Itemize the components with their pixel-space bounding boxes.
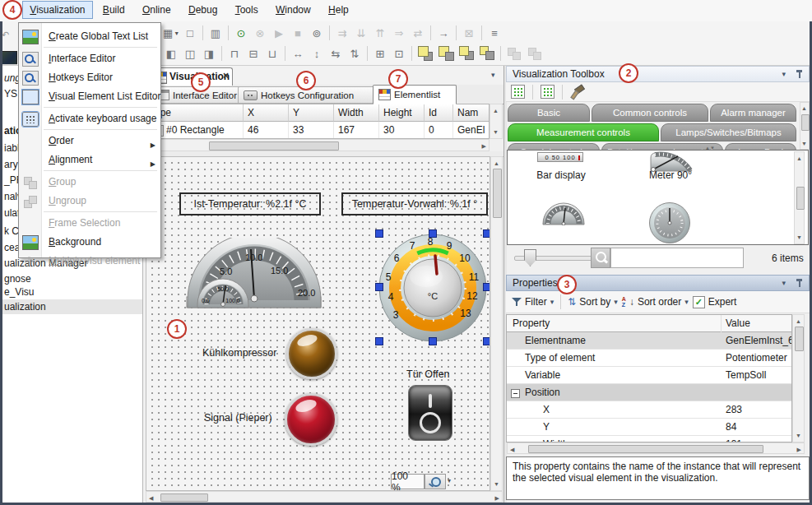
property-row-variable[interactable]: VariableTempSoll (507, 367, 792, 384)
move-backward-icon[interactable] (479, 45, 495, 62)
toolbox-tab-lamps-switches-bitmaps[interactable]: Lamps/Switches/Bitmaps (661, 123, 796, 141)
scrollbar-thumb[interactable] (528, 445, 763, 453)
toolbox-tab-basic[interactable]: Basic (508, 104, 590, 122)
move-forward-icon[interactable] (458, 45, 475, 62)
same-height-icon[interactable]: ↕ (308, 44, 326, 63)
send-to-back-icon[interactable] (438, 45, 454, 62)
toolbar-fragment-device-icon[interactable] (1, 51, 17, 65)
close-icon[interactable]: × (223, 70, 229, 81)
lamp-kuehlkompressor[interactable] (286, 328, 337, 379)
scrollbar-thumb[interactable] (801, 114, 810, 131)
menu-build[interactable]: Build (95, 1, 132, 19)
align-bottom-icon[interactable]: ⊔ (263, 44, 281, 63)
menu-online[interactable]: Online (135, 1, 179, 19)
menu-item-frame-selection[interactable]: Frame Selection (19, 215, 160, 231)
scroll-down-icon[interactable]: ▼ (796, 431, 801, 440)
property-group-position[interactable]: Position (507, 384, 792, 401)
selection-handle[interactable] (429, 337, 437, 345)
column-header-value[interactable]: Value (726, 317, 750, 329)
align-top-icon[interactable]: ⊓ (225, 44, 244, 63)
stop-icon[interactable]: ■ (289, 24, 307, 42)
insert-element-alt-icon[interactable] (541, 85, 554, 99)
filter-button[interactable]: Filter ▾ (512, 296, 554, 308)
lamp-signal-pieper[interactable] (285, 393, 337, 446)
scroll-right-icon[interactable]: ▶ (482, 141, 486, 151)
reset-icon[interactable]: ⇄ (409, 24, 427, 42)
center-horizontal-icon[interactable]: ⊞ (371, 44, 389, 63)
properties-horizontal-scrollbar[interactable]: ◀ ▶ (507, 442, 805, 454)
menu-item-interface-editor[interactable]: Interface Editor (19, 50, 160, 67)
toolbox-tab-common-controls[interactable]: Common controls (592, 104, 708, 122)
align-right-icon[interactable]: ◨ (200, 44, 218, 63)
scrollbar-thumb[interactable] (796, 187, 805, 210)
scroll-up-icon[interactable]: ▲ (801, 104, 807, 113)
selection-handle[interactable] (375, 337, 383, 345)
expert-checkbox[interactable]: ✓ Expert (693, 296, 737, 308)
text-list-icon[interactable]: ▥ (206, 24, 225, 42)
toolbox-item-bar-display-graphic[interactable]: 0 50 100 (537, 152, 583, 162)
next-icon[interactable]: → (434, 24, 452, 42)
menu-item-hotkeys-editor[interactable]: Hotkeys Editor (19, 69, 160, 86)
selection-handle[interactable] (483, 283, 490, 291)
collapse-chevron-icon[interactable]: ▾ (782, 279, 786, 287)
tree-item[interactable]: iabl (4, 142, 20, 154)
scroll-up-icon[interactable]: ▲ (796, 154, 802, 163)
scrollbar-thumb[interactable] (795, 327, 804, 351)
tree-item-plc-visu[interactable]: e_Visu (4, 286, 34, 298)
column-header-property[interactable]: Property (513, 317, 550, 329)
item-size-slider-thumb[interactable] (524, 249, 536, 266)
menu-window[interactable]: Window (268, 1, 318, 19)
scroll-down-icon[interactable]: ▼ (494, 480, 499, 489)
zoom-chevron-icon[interactable]: ▾ (448, 477, 451, 484)
menu-item-ungroup[interactable]: Ungroup (19, 192, 160, 209)
collapse-minus-icon[interactable] (511, 389, 520, 398)
scroll-right-icon[interactable]: ▶ (495, 493, 499, 503)
table-vertical-scrollbar[interactable]: ▲ ▼ (490, 104, 503, 139)
column-header-height[interactable]: Height (379, 104, 425, 122)
scroll-right-icon[interactable]: ▶ (797, 445, 801, 454)
tab-list-chevron-icon[interactable]: ▾ (491, 71, 495, 79)
menu-item-group[interactable]: Group (19, 174, 160, 190)
tree-item-diagnose[interactable]: gnose (4, 273, 31, 285)
meter-180-element[interactable]: 50.0 0.0 100.0 (196, 277, 250, 308)
configure-toolbox-icon[interactable] (570, 86, 583, 98)
logout-icon[interactable]: ⊗ (251, 24, 269, 42)
scroll-left-icon[interactable]: ◀ (149, 493, 153, 503)
visualization-styles-icon[interactable]: ▦▼ (162, 24, 180, 42)
toolbox-tab-alarm-manager[interactable]: Alarm manager (710, 104, 796, 122)
align-middle-icon[interactable]: ⊟ (244, 44, 262, 63)
tree-item[interactable]: ary (4, 159, 18, 170)
scroll-left-icon[interactable]: ◀ (510, 445, 514, 454)
display-mode-icon[interactable]: ≡ (485, 24, 503, 42)
expand-arrows-icon[interactable]: ▲▼ (705, 146, 715, 151)
insert-element-icon[interactable] (511, 85, 525, 99)
property-row-type-of-element[interactable]: Type of elementPotentiometer (507, 350, 792, 367)
step-over-icon[interactable]: ⇉ (333, 24, 351, 42)
visu-text-rectangle-temperatur-vorwahl[interactable]: Temperatur-Vorwahl: %.1f ° (341, 192, 488, 215)
step-out-icon[interactable]: ⇈ (371, 24, 389, 42)
scroll-down-icon[interactable]: ▼ (796, 233, 802, 242)
group-icon[interactable] (506, 46, 522, 61)
visu-text-rectangle-ist-temperatur[interactable]: Ist-Temperatur: %2.1f °C (179, 192, 321, 215)
menu-tools[interactable]: Tools (228, 1, 266, 19)
ungroup-icon[interactable] (527, 46, 543, 61)
new-object-icon[interactable]: □ (181, 24, 199, 42)
property-row-y[interactable]: Y84 (507, 419, 792, 436)
property-row-elementname[interactable]: ElementnameGenElemInst_6 (507, 332, 792, 350)
menu-item-background[interactable]: Background (19, 234, 160, 250)
tree-item[interactable]: k C (4, 225, 19, 237)
checkbox-checked-icon[interactable]: ✓ (693, 296, 705, 308)
scroll-down-icon[interactable]: ▼ (801, 139, 807, 148)
toolbox-item-meter180-graphic[interactable] (541, 202, 586, 225)
column-header-width[interactable]: Width (334, 104, 379, 122)
menu-visualization[interactable]: Visualization (22, 1, 92, 19)
scrollbar-thumb[interactable] (209, 141, 339, 151)
collapse-chevron-icon[interactable]: ▾ (782, 70, 786, 78)
menu-item-order[interactable]: Order ▶ (19, 132, 160, 149)
selection-handle[interactable] (375, 283, 383, 291)
start-icon[interactable]: ▶ (270, 24, 288, 42)
canvas-horizontal-scrollbar[interactable]: ◀ ▶ (146, 491, 503, 503)
visu-label-kuehlkompressor[interactable]: Kühlkompressor (202, 347, 276, 359)
column-header-x[interactable]: X (244, 104, 289, 122)
scrollbar-thumb[interactable] (160, 493, 208, 502)
